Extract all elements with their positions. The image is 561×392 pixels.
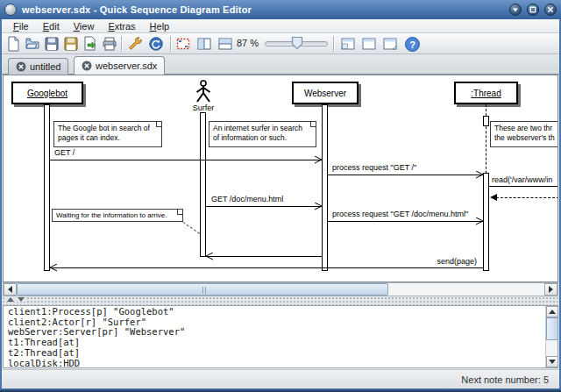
- diagram-horizontal-scrollbar[interactable]: [3, 282, 558, 296]
- help-button[interactable]: ?: [402, 34, 422, 53]
- toolbar-separator: [121, 36, 123, 52]
- arrowhead-left: [50, 264, 58, 272]
- layout-panes-icon: [340, 36, 356, 52]
- redraw-button[interactable]: [146, 34, 166, 53]
- fullscreen-button[interactable]: [174, 34, 193, 53]
- tab-label: webserver.sdx: [96, 61, 157, 71]
- help-icon: ?: [404, 36, 421, 53]
- maximize-button[interactable]: [527, 4, 539, 16]
- open-file-button[interactable]: [23, 34, 42, 53]
- layout-notes-button[interactable]: [380, 34, 400, 53]
- split-horizontal-button[interactable]: [216, 34, 235, 53]
- arrowhead-right: [315, 203, 323, 210]
- editor-line: webServer:Server[pr] "Webserver": [8, 327, 557, 338]
- collapse-up-icon[interactable]: [7, 297, 14, 302]
- sdx-text-editor[interactable]: client1:Process[p] "Googlebot"client2:Ac…: [3, 305, 558, 368]
- layout-full-button[interactable]: [359, 34, 379, 53]
- note-text: pages it can index.: [58, 133, 120, 142]
- scroll-up-button[interactable]: [546, 306, 558, 317]
- menu-item[interactable]: View: [67, 20, 101, 32]
- activation-surfer: [200, 112, 206, 257]
- print-button[interactable]: [100, 34, 119, 53]
- minimize-button[interactable]: [509, 4, 522, 16]
- export-button[interactable]: [81, 34, 100, 53]
- split-vertical-icon: [196, 36, 212, 52]
- editor-line: t2:Thread[at]: [8, 348, 557, 359]
- activation-webserver: [322, 104, 328, 271]
- actor-box-googlebot: Googlebot: [11, 82, 83, 104]
- window-border-left: [0, 19, 2, 392]
- new-file-button[interactable]: [4, 34, 23, 53]
- splitter-handle[interactable]: [5, 297, 26, 302]
- editor-line: localDisk:HDD: [8, 359, 557, 368]
- tab-webserver-sdx[interactable]: webserver.sdx: [74, 56, 165, 75]
- save-button[interactable]: [42, 34, 61, 53]
- collapse-down-icon[interactable]: [18, 297, 25, 302]
- message-line: [328, 221, 483, 222]
- note-fold: [310, 121, 316, 127]
- save-as-icon: [63, 36, 79, 52]
- tab-untitled[interactable]: untitled: [8, 58, 68, 75]
- message-label: send(page): [389, 257, 477, 266]
- menu-item[interactable]: Extras: [102, 20, 141, 32]
- save-as-button[interactable]: [61, 34, 81, 53]
- zoom-slider-thumb[interactable]: [291, 36, 303, 53]
- message-line: [328, 175, 483, 175]
- note-googlebot: The Google bot in search of pages it can…: [53, 121, 162, 147]
- window-border-bottom: [0, 388, 561, 392]
- app-icon: [4, 4, 17, 16]
- close-button[interactable]: [544, 4, 557, 16]
- message-line: [50, 160, 322, 160]
- actor-box-thread: :Thread: [454, 82, 518, 104]
- redraw-icon: [148, 36, 164, 52]
- pane-splitter[interactable]: [2, 296, 559, 305]
- actor-name: :Thread: [471, 89, 501, 98]
- scroll-left-button[interactable]: [4, 283, 17, 296]
- editor-line: client1:Process[p] "Googlebot": [8, 307, 557, 317]
- scroll-down-icon: [549, 360, 556, 364]
- menu-item[interactable]: File: [7, 20, 35, 32]
- scrollbar-thumb[interactable]: [17, 283, 388, 296]
- title-bar[interactable]: webserver.sdx - Quick Sequence Diagram E…: [0, 0, 561, 19]
- note-fold: [177, 209, 183, 215]
- tab-close-icon[interactable]: [16, 61, 26, 72]
- scroll-down-button[interactable]: [546, 356, 558, 367]
- scroll-up-icon: [549, 310, 556, 314]
- arrowhead-right: [315, 156, 323, 164]
- editor-vertical-scrollbar[interactable]: [545, 306, 557, 367]
- scrollbar-thumb[interactable]: [546, 317, 558, 340]
- save-icon: [44, 36, 60, 52]
- wrench-icon: [127, 36, 143, 52]
- scroll-right-button[interactable]: [544, 283, 557, 296]
- sequence-diagram-canvas[interactable]: Googlebot Surfer Webserver :Thread The G…: [3, 75, 558, 282]
- tab-close-icon[interactable]: [82, 61, 92, 71]
- status-bar: Next note number: 5: [2, 369, 559, 388]
- layout-notes-icon: [382, 36, 398, 52]
- menu-item[interactable]: Help: [144, 20, 176, 32]
- minimize-icon: [512, 6, 519, 13]
- toolbar: 87 % ?: [2, 33, 559, 54]
- note-waiting: Waiting for the information to arrive.: [52, 209, 183, 222]
- note-text: Waiting for the information to arrive.: [56, 211, 167, 219]
- open-file-icon: [25, 36, 40, 52]
- actor-name: Googlebot: [27, 89, 67, 98]
- arrowhead-left: [206, 253, 214, 260]
- menu-item[interactable]: Edit: [37, 20, 66, 32]
- arrowhead-left-solid: [490, 194, 498, 202]
- layout-full-icon: [361, 36, 377, 52]
- scroll-right-icon: [549, 286, 553, 293]
- close-icon: [547, 6, 554, 13]
- split-vertical-button[interactable]: [195, 34, 214, 53]
- message-label: GET /: [54, 148, 75, 157]
- actor-figure-surfer: [191, 80, 216, 103]
- layout-panes-button[interactable]: [338, 34, 358, 53]
- return-line-dashed: [492, 197, 558, 198]
- note-fold: [156, 121, 162, 127]
- maximize-icon: [529, 6, 536, 13]
- configure-button[interactable]: [125, 34, 145, 53]
- export-icon: [82, 36, 98, 52]
- message-label: process request "GET /": [332, 163, 416, 172]
- message-label: read('/var/www/in: [492, 175, 552, 184]
- message-line: [50, 267, 483, 268]
- note-text: The Google bot in search of: [58, 124, 150, 132]
